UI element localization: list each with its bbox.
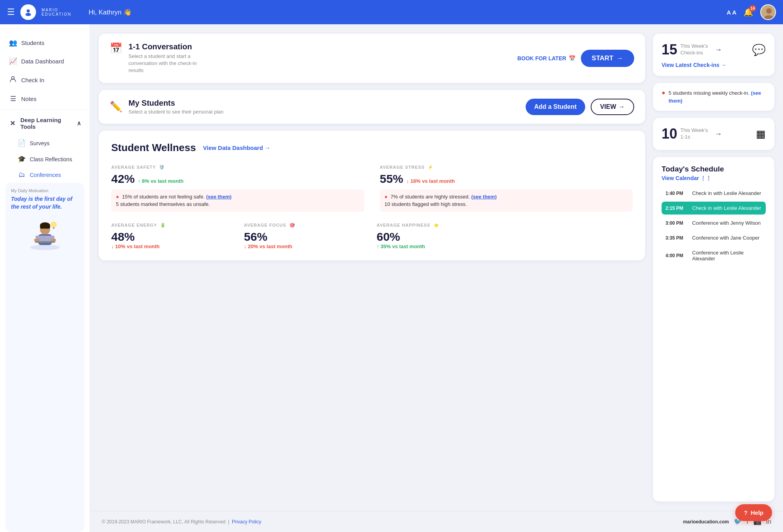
conversation-subtitle: Select a student and start a conversatio… (128, 53, 207, 74)
students-card: ✏️ My Students Select a student to see t… (99, 90, 645, 124)
conversation-icon: 📅 (110, 42, 122, 54)
sidebar-section-deep-learning[interactable]: ✕ Deep Learning Tools ∧ (0, 112, 90, 135)
motivation-image (11, 215, 79, 252)
view-button[interactable]: VIEW → (591, 99, 634, 115)
schedule-time: 4:00 PM (665, 253, 688, 258)
notes-icon: ☰ (9, 95, 17, 103)
energy-value: 48% (111, 230, 235, 243)
safety-alert-link[interactable]: (see them) (206, 194, 231, 200)
stress-metric: AVERAGE STRESS ⚡ 55% ↓ 16% vs last month… (380, 165, 633, 212)
sidebar-item-surveys[interactable]: 📄 Surveys (0, 135, 90, 151)
sidebar-item-label: Class Reflections (30, 156, 72, 162)
stress-alert-link[interactable]: (see them) (471, 194, 497, 200)
alert-text: 5 students missing weekly check-in. (see… (669, 89, 766, 105)
motivation-label: My Daily Motivation (11, 188, 79, 193)
deep-learning-icon: ✕ (9, 119, 16, 128)
ones-stat-card: 10 This Week's 1-1s → ▦ (653, 118, 774, 150)
font-size-button[interactable]: A A (727, 9, 736, 16)
notif-badge: 14 (749, 5, 756, 12)
sidebar-item-students[interactable]: 👥 Students (0, 34, 90, 52)
sidebar-item-data-dashboard[interactable]: 📈 Data Dashboard (0, 52, 90, 70)
center-column: 📅 1-1 Conversation Select a student and … (99, 34, 645, 501)
safety-change: ↑ 8% vs last month (138, 178, 183, 184)
view-dashboard-link[interactable]: View Data Dashboard → (203, 144, 270, 151)
stress-icon: ⚡ (428, 165, 434, 170)
hamburger-icon[interactable]: ☰ (7, 7, 15, 17)
energy-metric: AVERAGE ENERGY 🔋 48% ↓ 10% vs last month (111, 223, 235, 249)
schedule-item[interactable]: 2:15 PMCheck in with Leslie Alexander (662, 202, 766, 215)
focus-metric: AVERAGE FOCUS 🎯 56% ↓ 20% vs last month (244, 223, 367, 249)
svg-rect-15 (34, 239, 40, 241)
schedule-card: Today's Schedule View Calendar ⋮⋮ 1:40 P… (653, 157, 774, 501)
logo-icon (20, 4, 36, 20)
notifications-button[interactable]: 🔔 14 (743, 7, 753, 17)
add-student-button[interactable]: Add a Student (526, 99, 585, 115)
checkins-arrow[interactable]: → (715, 46, 722, 54)
happiness-metric: AVERAGE HAPPINESS ⭐ 60% ↑ 35% vs last mo… (377, 223, 500, 249)
motivation-box: My Daily Motivation Today is the first d… (5, 183, 84, 532)
stress-change: ↓ 16% vs last month (407, 178, 455, 184)
students-icon: 👥 (9, 39, 17, 47)
safety-icon: 🛡️ (159, 165, 165, 170)
alert-circle-icon: ● (662, 89, 665, 96)
deep-learning-label: Deep Learning Tools (20, 117, 73, 130)
conversation-card: 📅 1-1 Conversation Select a student and … (99, 34, 645, 83)
conferences-icon: 🗂 (17, 171, 26, 179)
view-calendar-link[interactable]: View Calendar ⋮⋮ (662, 175, 766, 181)
help-icon: ? (744, 509, 747, 516)
arrow-right-icon: → (617, 54, 623, 62)
checkin-icon (9, 76, 17, 85)
happiness-value: 60% (377, 230, 500, 243)
see-them-link[interactable]: (see them) (669, 90, 761, 104)
schedule-desc: Conference with Jenny Wilson (692, 220, 762, 226)
sidebar-item-class-reflections[interactable]: 🎓 Class Reflections (0, 151, 90, 167)
schedule-item[interactable]: 4:00 PMConference with Leslie Alexander (662, 246, 766, 265)
energy-change: ↓ 10% vs last month (111, 243, 235, 249)
safety-alert: ● 15% of students are not feeling safe. … (111, 189, 364, 212)
topnav: ☰ MARIO EDUCATION Hi, Kathryn 👋 A A 🔔 14 (0, 0, 783, 24)
app-layout: 👥 Students 📈 Data Dashboard Check In ☰ N… (0, 0, 783, 532)
class-reflections-icon: 🎓 (17, 155, 26, 163)
focus-label: AVERAGE FOCUS (244, 223, 286, 227)
chevron-up-icon: ∧ (77, 120, 81, 127)
surveys-icon: 📄 (17, 139, 26, 147)
safety-label: AVERAGE SAFETY (111, 165, 156, 170)
schedule-item[interactable]: 3:35 PMConference with Jane Cooper (662, 231, 766, 244)
checkins-count: 15 (662, 41, 677, 58)
footer: © 2019-2023 MARIO Framework, LLC, All Ri… (90, 511, 783, 532)
view-latest-checkins-link[interactable]: View Latest Check-ins → (662, 62, 766, 68)
stress-label: AVERAGE STRESS (380, 165, 425, 170)
sidebar-item-label: Notes (21, 96, 36, 102)
schedule-time: 3:35 PM (665, 235, 688, 241)
schedule-list: 1:40 PMCheck in with Leslie Alexander2:1… (662, 187, 766, 265)
book-for-later-button[interactable]: BOOK FOR LATER 📅 (517, 55, 575, 61)
calendar-icon: 📅 (569, 55, 575, 61)
greeting: Hi, Kathryn 👋 (89, 8, 132, 16)
svg-point-13 (51, 222, 57, 228)
energy-label: AVERAGE ENERGY (111, 223, 157, 227)
focus-icon: 🎯 (289, 223, 295, 228)
schedule-item[interactable]: 3:00 PMConference with Jenny Wilson (662, 216, 766, 229)
schedule-time: 2:15 PM (665, 206, 688, 211)
schedule-item[interactable]: 1:40 PMCheck in with Leslie Alexander (662, 187, 766, 200)
ones-arrow[interactable]: → (715, 130, 722, 138)
sidebar-item-check-in[interactable]: Check In (0, 70, 90, 90)
sidebar-item-label: Surveys (30, 140, 50, 146)
help-button[interactable]: ? Help (735, 504, 772, 521)
students-title: My Students (128, 99, 224, 108)
sidebar-item-notes[interactable]: ☰ Notes (0, 90, 90, 108)
schedule-desc: Check in with Leslie Alexander (692, 190, 762, 196)
schedule-desc: Conference with Jane Cooper (692, 235, 762, 241)
right-column: 15 This Week's Check-ins → 💬 View Latest… (653, 34, 774, 501)
start-button[interactable]: START → (581, 50, 634, 67)
schedule-desc: Conference with Leslie Alexander (692, 250, 762, 261)
ones-count: 10 (662, 126, 677, 142)
privacy-policy-link[interactable]: Privacy Policy (232, 519, 261, 525)
svg-rect-16 (51, 239, 56, 241)
avatar[interactable] (760, 4, 776, 20)
sidebar: 👥 Students 📈 Data Dashboard Check In ☰ N… (0, 24, 90, 532)
svg-point-3 (766, 8, 772, 14)
sidebar-item-conferences[interactable]: 🗂 Conferences (0, 167, 90, 183)
dashboard-icon: 📈 (9, 57, 17, 65)
checkins-label: This Week's Check-ins (680, 43, 712, 56)
